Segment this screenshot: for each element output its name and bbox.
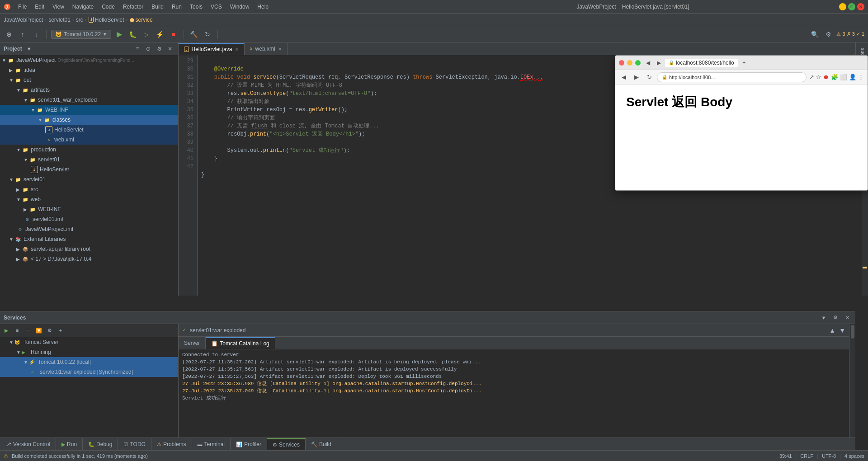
browser-share-icon[interactable]: ↗ xyxy=(809,74,814,80)
menu-window[interactable]: Window xyxy=(226,3,253,11)
menu-help[interactable]: Help xyxy=(254,3,272,11)
tree-artifacts[interactable]: ▼ 📁 artifacts xyxy=(0,85,178,95)
rebuild-button[interactable]: ↻ xyxy=(202,29,213,40)
breadcrumb-project[interactable]: JavaWebProject xyxy=(4,17,43,23)
panel-close-button[interactable]: ✕ xyxy=(165,44,175,53)
profile-button[interactable]: ⚡ xyxy=(155,29,165,40)
tab-build[interactable]: 🔨 Build xyxy=(306,438,337,450)
browser-close-btn[interactable] xyxy=(619,60,624,66)
menu-edit[interactable]: Edit xyxy=(31,3,48,11)
search-button[interactable]: 🔍 xyxy=(809,29,820,40)
tab-todo[interactable]: ☑ TODO xyxy=(118,438,151,450)
tree-project-iml[interactable]: ⚙ JavaWebProject.iml xyxy=(0,224,178,234)
browser-record-icon[interactable]: ⏺ xyxy=(823,74,829,80)
tab-helloservlet-close[interactable]: ✕ xyxy=(235,47,239,52)
url-bar[interactable]: 🔒 http://localhost:808... xyxy=(657,72,807,82)
menu-tools[interactable]: Tools xyxy=(186,3,206,11)
collapse-all-button[interactable]: ≡ xyxy=(133,44,142,53)
tab-helloservlet[interactable]: J HelloServlet.java ✕ xyxy=(179,43,245,55)
tree-helloservlet-class[interactable]: J HelloServlet xyxy=(0,125,178,135)
menu-refactor[interactable]: Refactor xyxy=(119,3,147,11)
tree-webinf-out[interactable]: ▼ 📁 WEB-INF xyxy=(0,105,178,115)
menu-file[interactable]: File xyxy=(14,3,30,11)
toolbar-add-button[interactable]: ⊕ xyxy=(4,29,14,40)
browser-new-tab-btn[interactable]: + xyxy=(740,58,749,67)
log-scrollbar[interactable] xyxy=(849,324,855,437)
tab-webxml[interactable]: X web.xml ✕ xyxy=(245,43,288,55)
menu-build[interactable]: Build xyxy=(148,3,167,11)
tab-webxml-close[interactable]: ✕ xyxy=(278,47,282,52)
log-scroll-up-btn[interactable]: ▲ xyxy=(829,327,835,334)
menu-navigate[interactable]: Navigate xyxy=(69,3,97,11)
browser-extension-icon[interactable]: 🧩 xyxy=(831,74,838,80)
srv-tomcat-instance[interactable]: ▼ ⚡ Tomcat 10.0.22 [local] xyxy=(0,357,178,367)
browser-menu-icon[interactable]: ⋮ xyxy=(858,74,864,80)
tree-production[interactable]: ▼ 📁 production xyxy=(0,145,178,155)
tree-root[interactable]: ▼ 📁 JavaWebProject D:\gbb\learn\JavaProg… xyxy=(0,55,178,65)
tab-version-control[interactable]: ⎇ Version Control xyxy=(0,438,56,450)
toolbar-update-button[interactable]: ↓ xyxy=(31,29,42,40)
tab-services[interactable]: ⚙ Services xyxy=(267,438,306,450)
tree-idea[interactable]: ▶ 📁 .idea xyxy=(0,65,178,75)
log-scroll-down-btn[interactable]: ▼ xyxy=(839,327,845,334)
tree-webxml-class[interactable]: X web.xml xyxy=(0,135,178,145)
browser-bookmark-icon[interactable]: ☆ xyxy=(816,74,821,80)
tree-web[interactable]: ▼ 📁 web xyxy=(0,194,178,204)
tree-webinf-web[interactable]: ▶ 📁 WEB-INF xyxy=(0,204,178,214)
services-settings-btn[interactable]: ⚙ xyxy=(831,313,840,322)
srv-artifact[interactable]: ✓ servlet01:war exploded [Synchronized] xyxy=(0,367,178,377)
tab-problems[interactable]: ⚠ Problems xyxy=(151,438,192,450)
tree-servlet-api-jar[interactable]: ▶ 📦 servlet-api.jar library root xyxy=(0,244,178,254)
toolbar-commit-button[interactable]: ↑ xyxy=(17,29,28,40)
tree-ext-libs[interactable]: ▼ 📚 External Libraries xyxy=(0,234,178,244)
browser-max-btn[interactable] xyxy=(635,60,641,66)
nav-reload-button[interactable]: ↻ xyxy=(644,72,654,82)
panel-dropdown-icon[interactable]: ▼ xyxy=(27,46,32,52)
tree-jdk[interactable]: ▶ 📦 < 17 > D:\Java\jdk-17.0.4 xyxy=(0,254,178,264)
tab-profiler[interactable]: 📊 Profiler xyxy=(231,438,267,450)
browser-back-btn[interactable]: ◀ xyxy=(643,58,652,67)
tomcat-selector[interactable]: 🐱 Tomcat 10.0.22 ▼ xyxy=(51,30,111,39)
browser-resize-icon[interactable]: ⬜ xyxy=(840,74,847,80)
coverage-button[interactable]: ▷ xyxy=(141,29,152,40)
maximize-button[interactable]: □ xyxy=(848,3,855,10)
srv-add-btn[interactable]: + xyxy=(56,326,65,335)
build-button[interactable]: 🔨 xyxy=(189,29,199,40)
browser-min-btn[interactable] xyxy=(627,60,632,66)
panel-settings-button[interactable]: ⚙ xyxy=(155,44,164,53)
tree-classes[interactable]: ▼ 📁 classes xyxy=(0,115,178,125)
breadcrumb-class[interactable]: J HelloServlet xyxy=(89,17,124,23)
srv-configure-btn[interactable]: ⚙ xyxy=(45,326,54,335)
stop-button[interactable]: ■ xyxy=(168,29,179,40)
menu-code[interactable]: Code xyxy=(98,3,118,11)
status-crlf[interactable]: CRLF xyxy=(800,453,813,459)
srv-run-btn[interactable]: ▶ xyxy=(2,326,11,335)
services-close-btn[interactable]: ✕ xyxy=(843,313,852,322)
nav-back-button[interactable]: ◀ xyxy=(619,72,629,82)
srv-filter-btn[interactable]: 🔽 xyxy=(34,326,43,335)
browser-forward-btn[interactable]: ▶ xyxy=(654,58,663,67)
status-charset[interactable]: UTF-8 xyxy=(822,453,836,459)
debug-button[interactable]: 🐛 xyxy=(127,29,138,40)
srv-running[interactable]: ▼ ▶ Running xyxy=(0,347,178,357)
tab-run[interactable]: ▶ Run xyxy=(56,438,83,450)
tree-war-exploded[interactable]: ▼ 📁 servlet01_war_exploded xyxy=(0,95,178,105)
tab-terminal[interactable]: ▬ Terminal xyxy=(192,438,231,450)
browser-avatar-icon[interactable]: 👤 xyxy=(849,74,856,80)
status-position[interactable]: 39:41 xyxy=(779,453,792,459)
menu-view[interactable]: View xyxy=(49,3,68,11)
srv-expand-btn[interactable]: ⋯ xyxy=(24,326,33,335)
breadcrumb-src[interactable]: src xyxy=(76,17,83,23)
breadcrumb-module[interactable]: servlet01 xyxy=(48,17,71,23)
settings-button[interactable]: ⚙ xyxy=(823,29,834,40)
minimize-button[interactable]: ─ xyxy=(839,3,846,10)
log-tab-server[interactable]: Server xyxy=(179,337,206,349)
tree-out[interactable]: ▼ 📁 out xyxy=(0,75,178,85)
menu-run[interactable]: Run xyxy=(168,3,185,11)
tree-servlet01-root[interactable]: ▼ 📁 servlet01 xyxy=(0,174,178,184)
srv-tomcat-server[interactable]: ▼ 🐱 Tomcat Server xyxy=(0,337,178,347)
scrollbar-thumb[interactable] xyxy=(851,325,854,339)
breadcrumb-method[interactable]: ⬤ service xyxy=(130,17,153,23)
locate-button[interactable]: ⊙ xyxy=(144,44,153,53)
close-button[interactable]: ✕ xyxy=(857,3,864,10)
